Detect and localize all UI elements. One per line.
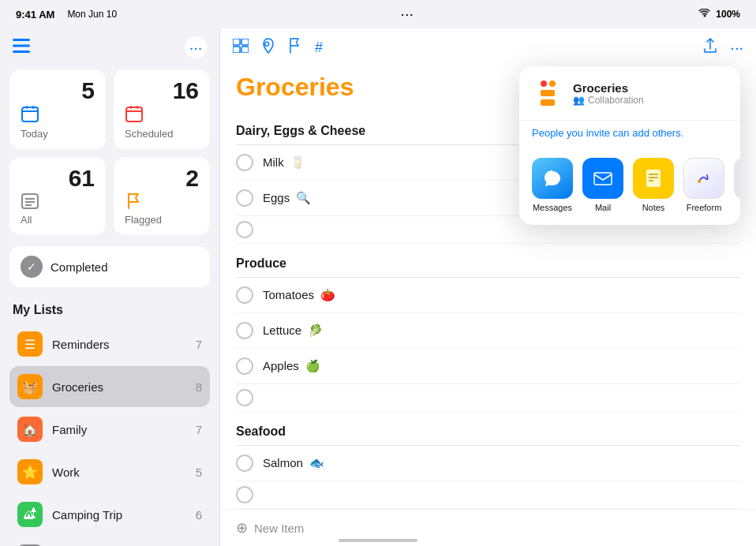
camping-count: 6: [196, 508, 202, 522]
scheduled-count: 16: [173, 79, 199, 103]
svg-rect-4: [26, 106, 28, 109]
share-messages[interactable]: Messages: [532, 158, 573, 212]
item-checkbox[interactable]: [236, 221, 253, 238]
scheduled-label: Scheduled: [125, 128, 199, 140]
main-content: # ··· Groceries Dairy, Eggs & Cheese Mil…: [219, 28, 756, 546]
bottom-bar: [0, 530, 756, 546]
collab-icon: [532, 77, 563, 109]
sidebar-item-camping[interactable]: 🏕 Camping Trip 6: [9, 494, 210, 535]
svg-rect-18: [241, 47, 249, 53]
main-toolbar: # ···: [220, 28, 756, 66]
item-checkbox[interactable]: [236, 389, 253, 406]
item-checkbox[interactable]: [236, 286, 253, 304]
sidebar-item-groceries[interactable]: 🧺 Groceries 8: [9, 366, 210, 407]
sidebar-item-work[interactable]: ⭐ Work 5: [9, 451, 210, 492]
item-checkbox[interactable]: [236, 357, 253, 375]
svg-rect-3: [22, 107, 38, 122]
item-checkbox[interactable]: [236, 322, 253, 339]
share-more[interactable]: ···: [734, 158, 740, 212]
list-item[interactable]: Tomatoes 🍅: [236, 278, 740, 313]
collab-popup: Groceries 👥 Collaboration People you inv…: [519, 66, 740, 225]
collab-header: Groceries 👥 Collaboration: [519, 66, 740, 121]
item-checkbox[interactable]: [236, 486, 253, 503]
smart-card-flagged[interactable]: 2 Flagged: [114, 157, 210, 235]
svg-rect-7: [126, 107, 142, 122]
collab-invite-text[interactable]: People you invite can add others.: [519, 121, 740, 148]
item-text: Milk 🥛: [263, 155, 305, 170]
dots-icon: ···: [401, 9, 414, 21]
list-item[interactable]: [236, 481, 740, 509]
svg-rect-19: [594, 173, 612, 185]
app-container: ··· 5 Today 16: [0, 28, 756, 546]
section-produce: Produce: [236, 244, 740, 278]
family-icon: 🏠: [17, 417, 43, 442]
reminders-count: 7: [196, 338, 202, 351]
smart-card-today[interactable]: 5 Today: [9, 69, 106, 149]
all-count: 61: [69, 166, 95, 190]
list-item[interactable]: [236, 384, 740, 412]
more-apps-icon: ···: [734, 158, 740, 199]
sidebar-item-reminders[interactable]: ☰ Reminders 7: [9, 323, 210, 365]
share-icon[interactable]: [703, 38, 717, 58]
sidebar-more-icon[interactable]: ···: [185, 36, 207, 58]
list-item[interactable]: Lettuce 🥬: [236, 313, 740, 349]
flag-icon[interactable]: [288, 38, 302, 58]
mail-app-icon: [582, 158, 623, 199]
freeform-app-icon: [683, 158, 724, 199]
location-icon[interactable]: [261, 38, 275, 58]
share-freeform[interactable]: Freeform: [683, 158, 724, 212]
svg-rect-16: [241, 39, 249, 45]
sidebar-topbar: ···: [9, 36, 210, 58]
mail-label: Mail: [595, 203, 611, 212]
item-checkbox[interactable]: [236, 454, 253, 472]
view-icon[interactable]: [233, 39, 249, 57]
reminders-label: Reminders: [52, 338, 186, 351]
item-emoji: 🐟: [309, 456, 324, 469]
work-count: 5: [196, 466, 202, 479]
groceries-icon: 🧺: [17, 374, 43, 399]
completed-label: Completed: [51, 260, 108, 274]
svg-rect-20: [646, 170, 661, 187]
hashtag-icon[interactable]: #: [315, 39, 323, 56]
item-text: Eggs 🔍: [263, 191, 311, 205]
list-item[interactable]: Salmon 🐟: [236, 446, 740, 481]
status-bar: 9:41 AM Mon Jun 10 ··· 100%: [0, 0, 756, 28]
all-icon: [21, 192, 95, 214]
groceries-label: Groceries: [52, 380, 186, 394]
today-icon: [21, 104, 95, 128]
smart-cards-grid: 5 Today 16 Scheduled: [9, 69, 210, 235]
more-icon[interactable]: ···: [730, 39, 743, 57]
scheduled-icon: [125, 104, 199, 128]
list-items: ☰ Reminders 7 🧺 Groceries 8 🏠 Family 7 ⭐…: [9, 323, 210, 546]
smart-card-scheduled[interactable]: 16 Scheduled: [114, 69, 210, 149]
share-notes[interactable]: Notes: [633, 158, 674, 212]
smart-card-all[interactable]: 61 All: [9, 157, 106, 235]
svg-rect-8: [130, 106, 132, 109]
svg-point-24: [698, 180, 701, 183]
my-lists-title: My Lists: [9, 300, 210, 323]
flagged-icon: [125, 192, 199, 214]
toolbar-right: ···: [703, 38, 743, 58]
work-label: Work: [52, 466, 186, 479]
sidebar-toggle-icon[interactable]: [13, 39, 30, 57]
completed-card[interactable]: ✓ Completed: [9, 246, 210, 287]
all-label: All: [21, 214, 95, 226]
svg-rect-9: [137, 106, 138, 109]
item-emoji: 🥛: [290, 155, 305, 169]
work-icon: ⭐: [17, 459, 43, 484]
item-checkbox[interactable]: [236, 189, 253, 207]
svg-rect-1: [13, 44, 30, 47]
groceries-count: 8: [196, 380, 202, 394]
family-label: Family: [52, 423, 186, 436]
item-emoji: 🍏: [305, 359, 320, 372]
item-emoji: 🍅: [320, 288, 335, 301]
list-item[interactable]: Apples 🍏: [236, 349, 740, 384]
share-mail[interactable]: Mail: [582, 158, 623, 212]
toolbar-left: #: [233, 38, 323, 58]
item-checkbox[interactable]: [236, 154, 253, 171]
sidebar-item-family[interactable]: 🏠 Family 7: [9, 409, 210, 450]
reminders-icon: ☰: [17, 331, 43, 357]
camping-icon: 🏕: [17, 502, 43, 527]
messages-app-icon: [532, 158, 573, 199]
item-emoji: 🔍: [296, 191, 311, 204]
